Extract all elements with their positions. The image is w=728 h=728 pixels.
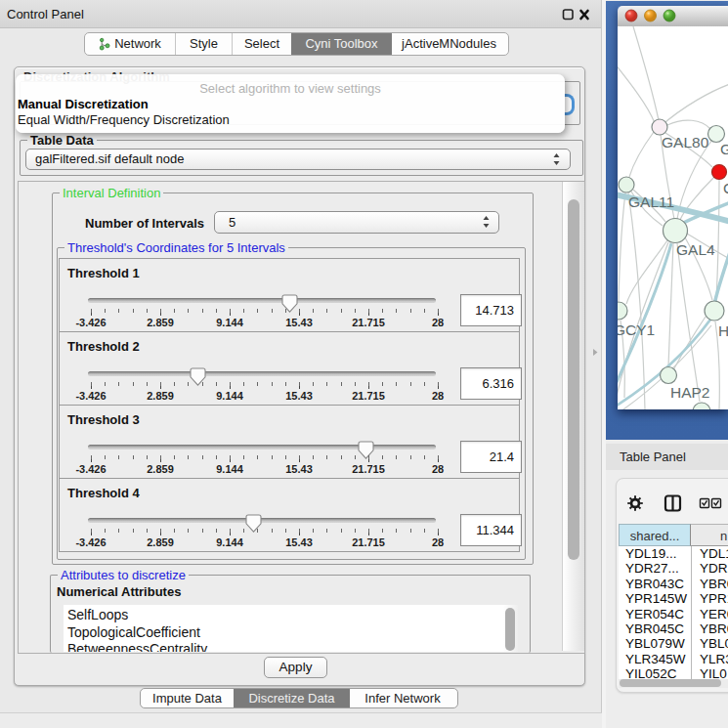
svg-text:C: C: [723, 180, 728, 196]
svg-text:GAL4: GAL4: [676, 241, 715, 258]
svg-text:GAL11: GAL11: [628, 193, 674, 210]
svg-text:GA: GA: [720, 141, 728, 157]
svg-text:HAP2: HAP2: [670, 384, 710, 401]
svg-text:GCY1: GCY1: [618, 321, 655, 338]
svg-text:H: H: [718, 322, 728, 339]
svg-text:GAL80: GAL80: [662, 134, 709, 150]
